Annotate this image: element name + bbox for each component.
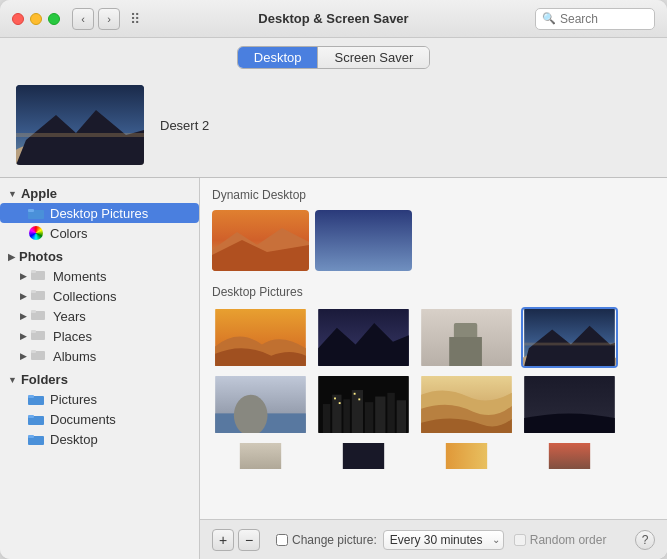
sidebar-item-moments[interactable]: ▶ Moments: [0, 266, 199, 286]
search-input[interactable]: [560, 12, 648, 26]
traffic-lights: [12, 13, 60, 25]
sidebar-item-years[interactable]: ▶ Years: [0, 306, 199, 326]
back-button[interactable]: ‹: [72, 8, 94, 30]
forward-button[interactable]: ›: [98, 8, 120, 30]
svg-rect-54: [240, 443, 281, 469]
bottom-bar: + − Change picture: Every 30 minutes Eve…: [200, 519, 667, 559]
bottom-right: ?: [635, 530, 655, 550]
wallpaper-thumb-dp-7[interactable]: [418, 374, 515, 435]
svg-rect-43: [352, 390, 363, 433]
svg-rect-21: [28, 435, 34, 438]
change-picture-checkbox[interactable]: [276, 534, 288, 546]
app-window: ‹ › ⠿ Desktop & Screen Saver 🔍 Desktop S…: [0, 0, 667, 559]
wallpaper-thumb-dp-6[interactable]: [315, 374, 412, 435]
svg-rect-40: [323, 404, 330, 433]
folder-icon-desktop: [28, 431, 44, 447]
random-order-text: Random order: [530, 533, 607, 547]
collapse-icon: ▼: [8, 189, 17, 199]
svg-rect-51: [358, 398, 360, 400]
change-picture-label[interactable]: Change picture:: [276, 533, 377, 547]
svg-rect-19: [28, 415, 34, 418]
sidebar-item-colors[interactable]: Colors: [0, 223, 199, 243]
folder-icon-albums: [31, 348, 47, 364]
svg-rect-47: [397, 400, 406, 433]
wallpaper-scroll[interactable]: Dynamic Desktop: [200, 178, 667, 519]
tab-desktop[interactable]: Desktop: [238, 47, 318, 68]
window-title: Desktop & Screen Saver: [258, 11, 408, 26]
folder-icon-years: [31, 308, 47, 324]
maximize-button[interactable]: [48, 13, 60, 25]
close-button[interactable]: [12, 13, 24, 25]
help-button[interactable]: ?: [635, 530, 655, 550]
sidebar-section-label-photos: Photos: [19, 249, 63, 264]
interval-select[interactable]: Every 30 minutes Every 5 minutes Every h…: [383, 530, 504, 550]
add-button[interactable]: +: [212, 529, 234, 551]
wallpaper-thumb-dp-10[interactable]: [315, 441, 412, 471]
sidebar-item-places[interactable]: ▶ Places: [0, 326, 199, 346]
bottom-center-controls: Change picture: Every 30 minutes Every 5…: [276, 530, 504, 550]
dynamic-grid: [212, 210, 655, 271]
search-box[interactable]: 🔍: [535, 8, 655, 30]
svg-rect-3: [16, 133, 144, 137]
svg-rect-15: [31, 350, 36, 353]
svg-rect-49: [339, 402, 341, 404]
folder-icon-places: [31, 328, 47, 344]
folder-icon-collections: [31, 288, 47, 304]
random-order-checkbox[interactable]: [514, 534, 526, 546]
svg-rect-55: [343, 443, 384, 469]
svg-rect-5: [28, 209, 34, 212]
main-content: ▼ Apple Desktop Pictures Colors: [0, 177, 667, 559]
wallpaper-grid: [212, 307, 655, 471]
sidebar-item-label-documents: Documents: [50, 412, 116, 427]
sidebar-section-apple[interactable]: ▼ Apple: [0, 184, 199, 203]
nav-buttons: ‹ ›: [72, 8, 120, 30]
dynamic-thumb-2[interactable]: [315, 210, 412, 271]
sidebar-item-desktop-folder[interactable]: Desktop: [0, 429, 199, 449]
wallpaper-thumb-dp-1[interactable]: [212, 307, 309, 368]
preview-area: Desert 2: [0, 77, 667, 177]
sidebar-item-label-albums: Albums: [53, 349, 96, 364]
svg-rect-41: [332, 395, 341, 433]
svg-rect-42: [343, 399, 350, 433]
sidebar-section-folders[interactable]: ▼ Folders: [0, 370, 199, 389]
sidebar-item-pictures[interactable]: Pictures: [0, 389, 199, 409]
sidebar-item-albums[interactable]: ▶ Albums: [0, 346, 199, 366]
wallpaper-thumb-dp-9[interactable]: [212, 441, 309, 471]
folder-icon-moments: [31, 268, 47, 284]
sidebar-item-label-colors: Colors: [50, 226, 88, 241]
minimize-button[interactable]: [30, 13, 42, 25]
search-icon: 🔍: [542, 12, 556, 25]
sidebar-item-desktop-pictures[interactable]: Desktop Pictures: [0, 203, 199, 223]
svg-rect-45: [375, 397, 385, 433]
wallpaper-thumb-dp-12[interactable]: [521, 441, 618, 471]
svg-rect-9: [31, 290, 36, 293]
tab-screensaver[interactable]: Screen Saver: [318, 47, 429, 68]
sidebar-section-photos[interactable]: ▶ Photos: [0, 247, 199, 266]
svg-rect-11: [31, 310, 36, 313]
sidebar: ▼ Apple Desktop Pictures Colors: [0, 178, 200, 559]
sidebar-item-label-collections: Collections: [53, 289, 117, 304]
grid-button[interactable]: ⠿: [124, 8, 146, 30]
wallpaper-thumb-dp-4[interactable]: [521, 307, 618, 368]
wallpaper-thumb-dp-3[interactable]: [418, 307, 515, 368]
svg-rect-17: [28, 395, 34, 398]
dynamic-thumb-1[interactable]: [212, 210, 309, 271]
expand-icon-albums: ▶: [20, 351, 27, 361]
sidebar-item-documents[interactable]: Documents: [0, 409, 199, 429]
svg-rect-13: [31, 330, 36, 333]
sidebar-section-label-folders: Folders: [21, 372, 68, 387]
svg-rect-39: [318, 376, 409, 433]
wallpaper-thumb-dp-8[interactable]: [521, 374, 618, 435]
interval-select-wrapper[interactable]: Every 30 minutes Every 5 minutes Every h…: [383, 530, 504, 550]
wallpaper-thumb-dp-11[interactable]: [418, 441, 515, 471]
remove-button[interactable]: −: [238, 529, 260, 551]
random-order-label-wrapper[interactable]: Random order: [514, 533, 607, 547]
sidebar-item-label-moments: Moments: [53, 269, 106, 284]
wallpaper-thumb-dp-2[interactable]: [315, 307, 412, 368]
wallpaper-thumb-dp-5[interactable]: [212, 374, 309, 435]
svg-rect-46: [387, 393, 394, 433]
sidebar-item-label-pictures: Pictures: [50, 392, 97, 407]
sidebar-item-collections[interactable]: ▶ Collections: [0, 286, 199, 306]
preview-name: Desert 2: [160, 118, 209, 133]
folder-icon-documents: [28, 411, 44, 427]
